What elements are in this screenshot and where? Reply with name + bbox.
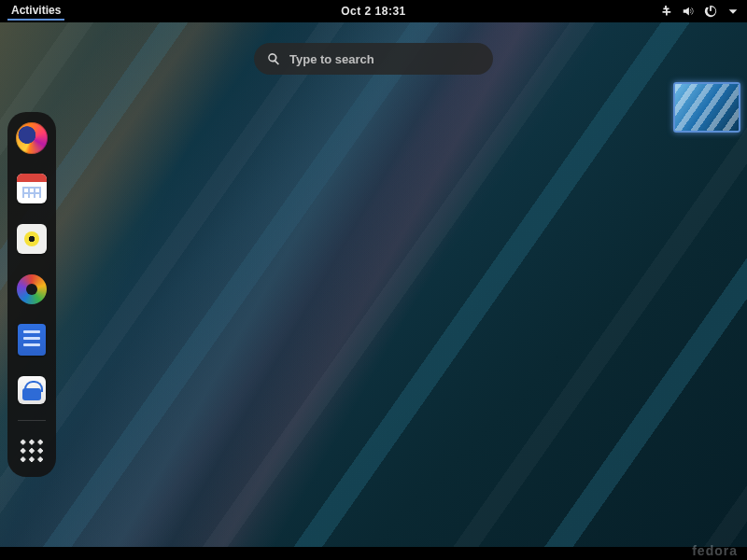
volume-icon	[682, 5, 695, 18]
calendar-icon	[17, 174, 47, 203]
dash-app-contacts[interactable]	[15, 323, 49, 357]
dash	[7, 112, 56, 477]
chevron-down-icon	[726, 5, 740, 18]
search-input[interactable]	[289, 52, 480, 66]
dash-separator	[18, 420, 46, 421]
contacts-icon	[18, 324, 46, 356]
dash-app-calendar[interactable]	[15, 172, 49, 205]
status-area[interactable]	[659, 5, 740, 18]
dash-app-photos[interactable]	[15, 273, 49, 306]
overview-background	[0, 22, 747, 560]
music-icon	[17, 224, 47, 254]
power-icon	[704, 5, 717, 18]
workspace-switcher	[667, 75, 747, 547]
workspace-thumbnail-1[interactable]	[673, 82, 740, 133]
dash-app-software[interactable]	[15, 373, 49, 407]
firefox-icon	[16, 122, 48, 154]
apps-grid-icon	[19, 438, 45, 464]
network-wired-icon	[659, 5, 672, 18]
software-icon	[18, 376, 46, 404]
top-panel: Activities Oct 2 18:31	[0, 0, 747, 22]
search-icon	[267, 52, 280, 65]
overview-search[interactable]	[254, 43, 493, 75]
activities-button[interactable]: Activities	[7, 2, 64, 21]
dash-app-firefox[interactable]	[15, 121, 49, 155]
photos-icon	[17, 274, 47, 304]
clock[interactable]: Oct 2 18:31	[341, 5, 406, 18]
show-applications-button[interactable]	[15, 434, 49, 468]
dash-app-rhythmbox[interactable]	[15, 222, 49, 256]
